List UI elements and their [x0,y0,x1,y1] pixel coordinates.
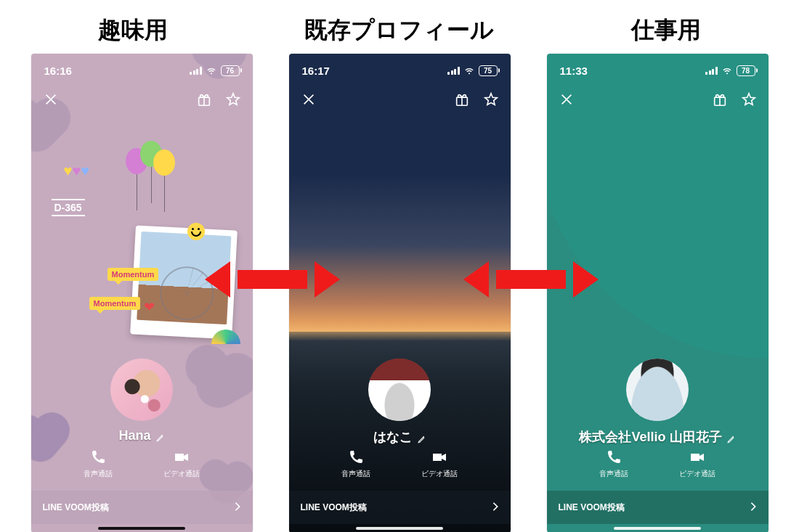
edit-name-icon[interactable] [155,431,165,441]
momentum-sticker-1: Momentum [108,268,159,281]
voice-call-button[interactable]: 音声通話 [341,449,370,479]
chevron-right-icon [492,502,499,514]
phones-row: 16:16 76 ♥♥♥ D-365 Momentum Momentum ❤ [0,54,799,532]
star-icon[interactable] [225,91,241,107]
hearts-sticker: ♥♥♥ [64,163,90,179]
top-icons [289,87,511,107]
top-icons [547,87,768,107]
status-bar: 16:17 75 [289,54,511,87]
profile-block: はなこ [289,359,511,446]
video-icon [173,449,190,466]
profile-name: Hana [118,428,150,443]
header-hobby: 趣味用 [0,15,266,46]
smiley-sticker [187,223,205,240]
profile-name-row[interactable]: 株式会社Vellio 山田花子 [579,428,735,446]
header-work: 仕事用 [532,15,798,46]
status-time: 16:17 [302,65,330,77]
video-call-label: ビデオ通話 [679,469,715,479]
phone-icon [605,449,622,466]
call-row: 音声通話 ビデオ通話 [289,449,511,479]
gift-icon[interactable] [712,91,728,107]
profile-name-row[interactable]: Hana [118,428,164,443]
chevron-right-icon [234,502,241,514]
video-call-label: ビデオ通話 [163,469,200,479]
profile-block: 株式会社Vellio 山田花子 [547,359,768,446]
call-row: 音声通話 ビデオ通話 [547,449,768,479]
voom-bar[interactable]: LINE VOOM投稿 [289,491,511,524]
signal-icon [190,67,202,75]
header-row: 趣味用 既存プロフィール 仕事用 [0,0,799,54]
voom-bar[interactable]: LINE VOOM投稿 [31,491,253,524]
phone-icon [89,449,107,466]
edit-name-icon[interactable] [726,433,736,442]
header-existing: 既存プロフィール [267,15,532,46]
heart-red-sticker: ❤ [144,299,155,315]
video-icon [689,449,706,466]
home-indicator [98,527,185,530]
avatar[interactable] [368,359,431,421]
close-icon[interactable] [559,91,575,107]
video-call-button[interactable]: ビデオ通話 [421,449,458,479]
swap-arrow-right-1 [267,261,333,298]
momentum-sticker-2: Momentum [89,297,141,310]
star-icon[interactable] [483,91,499,107]
wifi-icon [721,67,733,75]
voom-bar[interactable]: LINE VOOM投稿 [547,491,768,524]
voom-label: LINE VOOM投稿 [43,502,109,514]
voice-call-label: 音声通話 [599,469,628,479]
gift-icon[interactable] [454,91,470,107]
voom-label: LINE VOOM投稿 [559,502,625,514]
home-indicator [356,527,443,530]
wifi-icon [206,67,217,75]
signal-icon [447,67,460,75]
profile-name: 株式会社Vellio 山田花子 [579,428,721,446]
star-icon[interactable] [741,91,757,107]
profile-block: Hana [31,359,253,443]
d365-badge: D-365 [52,199,85,216]
close-icon[interactable] [43,91,59,107]
call-row: 音声通話 ビデオ通話 [31,449,253,479]
close-icon[interactable] [301,91,317,107]
battery-icon: 75 [479,65,498,76]
top-icons [31,87,253,107]
video-call-label: ビデオ通話 [421,469,458,479]
battery-icon: 76 [221,65,240,76]
home-indicator [614,527,701,530]
voom-label: LINE VOOM投稿 [301,502,367,514]
gift-icon[interactable] [196,91,212,107]
signal-icon [705,67,718,75]
status-bar: 11:33 78 [547,54,768,87]
status-bar: 16:16 76 [31,54,253,87]
voice-call-button[interactable]: 音声通話 [84,449,113,479]
avatar[interactable] [110,359,173,421]
chevron-right-icon [750,502,757,514]
wifi-icon [463,67,475,75]
status-time: 16:16 [44,65,72,77]
phone-icon [347,449,365,466]
voice-call-label: 音声通話 [341,469,370,479]
avatar[interactable] [626,359,689,421]
status-time: 11:33 [560,65,588,77]
edit-name-icon[interactable] [417,433,426,442]
voice-call-button[interactable]: 音声通話 [599,449,628,479]
video-icon [431,449,448,466]
profile-name-row[interactable]: はなこ [373,428,426,446]
profile-name: はなこ [373,428,413,446]
battery-icon: 78 [737,65,755,76]
video-call-button[interactable]: ビデオ通話 [679,449,715,479]
voice-call-label: 音声通話 [84,469,113,479]
video-call-button[interactable]: ビデオ通話 [163,449,200,479]
swap-arrow-right-2 [526,261,591,298]
